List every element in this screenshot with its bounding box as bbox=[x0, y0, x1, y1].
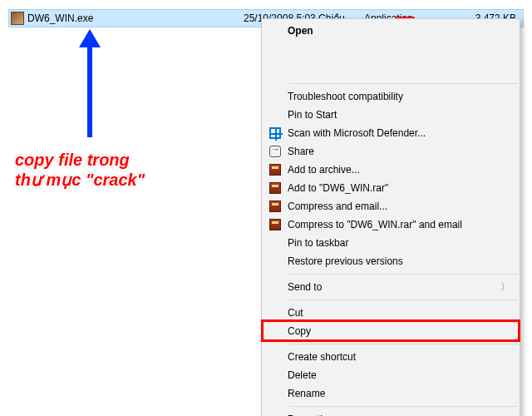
menu-send-to[interactable]: Send to〉 bbox=[263, 278, 519, 296]
menu-pin-taskbar[interactable]: Pin to taskbar bbox=[263, 234, 519, 252]
shield-icon bbox=[263, 127, 288, 139]
menu-separator bbox=[289, 406, 518, 407]
menu-separator bbox=[289, 274, 518, 275]
menu-copy[interactable]: Copy bbox=[263, 322, 519, 340]
menu-properties[interactable]: Properties bbox=[263, 410, 519, 416]
menu-add-archive[interactable]: Add to archive... bbox=[263, 161, 519, 179]
annotation-text: copy file trong thư mục "crack" bbox=[15, 150, 145, 190]
menu-separator bbox=[289, 344, 518, 344]
archive-icon bbox=[263, 219, 288, 230]
menu-gap bbox=[263, 40, 519, 80]
archive-icon bbox=[263, 164, 288, 176]
menu-restore[interactable]: Restore previous versions bbox=[263, 252, 519, 270]
menu-cut[interactable]: Cut bbox=[263, 304, 519, 322]
menu-create-shortcut[interactable]: Create shortcut bbox=[263, 348, 519, 366]
context-menu: Open Troubleshoot compatibility Pin to S… bbox=[261, 18, 520, 416]
menu-compress-email[interactable]: Compress and email... bbox=[263, 197, 519, 215]
file-name: DW6_WIN.exe bbox=[27, 12, 244, 24]
share-icon bbox=[263, 146, 288, 157]
menu-compress-rar-email[interactable]: Compress to "DW6_WIN.rar" and email bbox=[263, 215, 519, 234]
menu-pin-start[interactable]: Pin to Start bbox=[263, 106, 519, 124]
chevron-right-icon: 〉 bbox=[500, 280, 510, 295]
menu-open[interactable]: Open bbox=[263, 22, 519, 40]
menu-separator bbox=[289, 300, 518, 300]
exe-icon bbox=[11, 12, 24, 25]
annotation-arrow bbox=[84, 29, 96, 137]
archive-icon bbox=[263, 201, 288, 212]
menu-share[interactable]: Share bbox=[263, 142, 519, 161]
menu-defender[interactable]: Scan with Microsoft Defender... bbox=[263, 124, 519, 142]
menu-add-to-rar[interactable]: Add to "DW6_WIN.rar" bbox=[263, 179, 519, 197]
archive-icon bbox=[263, 182, 288, 194]
menu-rename[interactable]: Rename bbox=[263, 384, 519, 403]
menu-separator bbox=[289, 83, 518, 84]
menu-troubleshoot[interactable]: Troubleshoot compatibility bbox=[263, 87, 519, 106]
menu-delete[interactable]: Delete bbox=[263, 366, 519, 384]
